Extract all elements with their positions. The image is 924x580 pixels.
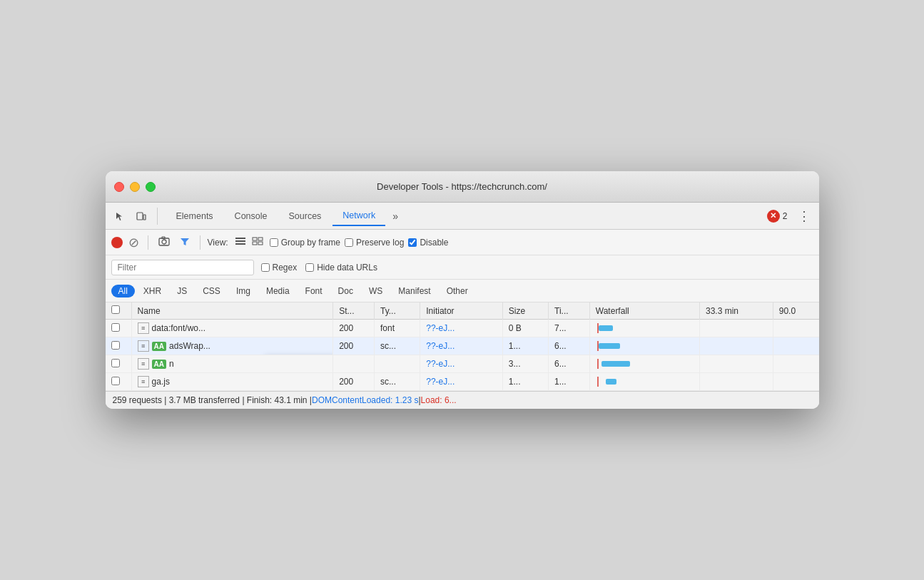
traffic-lights bbox=[114, 182, 156, 192]
type-filter-bar: AllXHRJSCSSImgMediaFontDocWSManifestOthe… bbox=[106, 280, 819, 302]
maximize-button[interactable] bbox=[146, 182, 156, 192]
row-name: adsWrap... bbox=[169, 341, 210, 351]
file-icon: ≡ bbox=[138, 376, 149, 387]
row-time: 1... bbox=[549, 373, 590, 391]
disable-cache-option: Disable bbox=[408, 238, 448, 248]
regex-checkbox[interactable] bbox=[261, 263, 270, 272]
toolbar-separator-2 bbox=[200, 235, 200, 250]
type-filter-css[interactable]: CSS bbox=[196, 285, 228, 297]
titlebar: Developer Tools - https://techcrunch.com… bbox=[106, 171, 819, 203]
tab-bar: Elements Console Sources Network » ✕ 2 ⋮ bbox=[106, 203, 819, 230]
type-filter-doc[interactable]: Doc bbox=[331, 285, 360, 297]
record-button[interactable] bbox=[111, 237, 123, 248]
svg-rect-7 bbox=[235, 243, 245, 245]
type-filter-font[interactable]: Font bbox=[298, 285, 330, 297]
svg-rect-11 bbox=[258, 242, 263, 245]
view-icons bbox=[233, 235, 265, 249]
row-checkbox[interactable] bbox=[111, 323, 120, 332]
row-checkbox[interactable] bbox=[111, 377, 120, 385]
table-row[interactable]: ≡ AA n ??-eJ... 3... 6... bbox=[106, 355, 819, 373]
network-toolbar: ⊘ View: bbox=[106, 230, 819, 255]
hide-data-urls-checkbox[interactable] bbox=[305, 263, 314, 272]
clear-button[interactable]: ⊘ bbox=[128, 235, 139, 250]
view-grid-icon[interactable] bbox=[250, 235, 265, 249]
filter-input[interactable] bbox=[111, 260, 254, 275]
table-body: ≡ data:font/wo... 200 font ??-eJ... 0 B … bbox=[106, 320, 819, 391]
type-filter-js[interactable]: JS bbox=[170, 285, 194, 297]
row-waterfall bbox=[589, 355, 699, 373]
tooltip: AOL Advertising.com bbox=[264, 355, 333, 355]
tab-sources[interactable]: Sources bbox=[278, 207, 331, 225]
status-main: 259 requests | 3.7 MB transferred | Fini… bbox=[113, 395, 312, 405]
header-checkbox bbox=[106, 302, 132, 320]
filter-icon[interactable] bbox=[177, 235, 193, 250]
svg-rect-8 bbox=[253, 238, 257, 240]
row-time2 bbox=[699, 373, 773, 391]
devtools-menu-button[interactable]: ⋮ bbox=[795, 208, 813, 224]
svg-rect-4 bbox=[162, 237, 165, 239]
tab-more[interactable]: » bbox=[387, 208, 404, 225]
table-header: Name St... Ty... Initiator Size Ti... Wa… bbox=[106, 302, 819, 320]
header-time[interactable]: Ti... bbox=[549, 302, 590, 320]
network-table-wrapper[interactable]: Name St... Ty... Initiator Size Ti... Wa… bbox=[106, 302, 819, 391]
row-size: 1... bbox=[502, 373, 548, 391]
type-filter-ws[interactable]: WS bbox=[362, 285, 390, 297]
view-label: View: bbox=[208, 238, 228, 248]
aa-badge: AA bbox=[152, 360, 166, 369]
row-name: data:font/wo... bbox=[152, 323, 205, 333]
header-initiator[interactable]: Initiator bbox=[420, 302, 503, 320]
row-waterfall bbox=[589, 337, 699, 355]
group-by-frame-option: Group by frame bbox=[270, 238, 340, 248]
view-list-icon[interactable] bbox=[233, 235, 248, 249]
header-name[interactable]: Name bbox=[131, 302, 333, 320]
device-icon[interactable] bbox=[133, 208, 150, 225]
header-time3[interactable]: 90.0 bbox=[773, 302, 818, 320]
row-initiator: ??-eJ... bbox=[420, 337, 503, 355]
row-time: 7... bbox=[549, 320, 590, 337]
tab-network[interactable]: Network bbox=[332, 206, 385, 226]
table-row[interactable]: ≡ ga.js 200 sc... ??-eJ... 1... 1... bbox=[106, 373, 819, 391]
header-time2[interactable]: 33.3 min bbox=[699, 302, 773, 320]
devtools-window: Developer Tools - https://techcrunch.com… bbox=[106, 171, 819, 409]
row-type: font bbox=[374, 320, 420, 337]
header-size[interactable]: Size bbox=[502, 302, 548, 320]
table-row[interactable]: ≡ data:font/wo... 200 font ??-eJ... 0 B … bbox=[106, 320, 819, 337]
row-initiator: ??-eJ... bbox=[420, 320, 503, 337]
row-checkbox[interactable] bbox=[111, 359, 120, 367]
type-filter-media[interactable]: Media bbox=[259, 285, 297, 297]
header-status[interactable]: St... bbox=[333, 302, 375, 320]
network-table: Name St... Ty... Initiator Size Ti... Wa… bbox=[106, 302, 819, 391]
row-time2 bbox=[699, 355, 773, 373]
type-filter-xhr[interactable]: XHR bbox=[136, 285, 168, 297]
disable-cache-checkbox[interactable] bbox=[408, 238, 417, 247]
row-type: sc... bbox=[374, 337, 420, 355]
group-by-frame-label: Group by frame bbox=[281, 238, 340, 248]
header-waterfall[interactable]: Waterfall bbox=[589, 302, 699, 320]
preserve-log-checkbox[interactable] bbox=[345, 238, 353, 247]
header-type[interactable]: Ty... bbox=[374, 302, 420, 320]
close-button[interactable] bbox=[114, 182, 124, 192]
row-size: 1... bbox=[502, 337, 548, 355]
hide-data-urls-option: Hide data URLs bbox=[305, 263, 377, 273]
cursor-icon[interactable] bbox=[111, 208, 128, 225]
select-all-checkbox[interactable] bbox=[111, 305, 120, 314]
type-filter-manifest[interactable]: Manifest bbox=[391, 285, 437, 297]
tab-elements[interactable]: Elements bbox=[166, 207, 223, 225]
type-filter-img[interactable]: Img bbox=[229, 285, 258, 297]
error-badge: ✕ 2 bbox=[767, 210, 788, 223]
row-type bbox=[374, 355, 420, 373]
svg-rect-9 bbox=[258, 238, 263, 240]
camera-icon[interactable] bbox=[156, 235, 173, 250]
type-filter-all[interactable]: All bbox=[111, 285, 135, 297]
regex-option: Regex bbox=[261, 263, 298, 273]
row-checkbox[interactable] bbox=[111, 341, 120, 350]
error-x-icon: ✕ bbox=[767, 210, 780, 223]
group-by-frame-checkbox[interactable] bbox=[270, 238, 278, 247]
type-filter-other[interactable]: Other bbox=[440, 285, 475, 297]
row-status bbox=[333, 355, 375, 373]
row-time3 bbox=[773, 337, 818, 355]
tab-console[interactable]: Console bbox=[225, 207, 278, 225]
minimize-button[interactable] bbox=[130, 182, 140, 192]
row-time: 6... bbox=[549, 337, 590, 355]
table-row[interactable]: ≡ AA adsWrap... AOL Advertising.com 200 … bbox=[106, 337, 819, 355]
